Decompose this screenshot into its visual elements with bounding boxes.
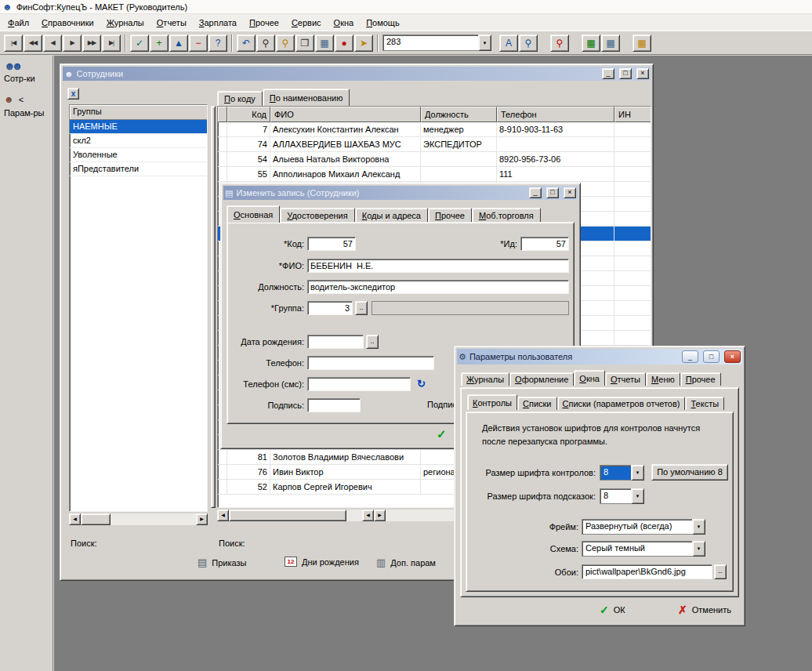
scroll-nav-left-icon[interactable]: ◀ bbox=[362, 510, 374, 521]
copy-icon[interactable]: ❐ bbox=[295, 34, 314, 52]
table-row[interactable]: 55 Апполинаров Михаил Александ 111 bbox=[218, 167, 651, 182]
scroll-left-icon[interactable]: ◀ bbox=[217, 510, 229, 521]
menu-item-windows[interactable]: Окна bbox=[328, 16, 361, 30]
record-marker-icon[interactable]: ● bbox=[335, 34, 353, 52]
tab-mobile-trade[interactable]: Моб.торговля bbox=[472, 208, 541, 223]
group-item[interactable]: НАЕМНЫЕ bbox=[70, 120, 207, 134]
next-group-button[interactable]: ▶▶ bbox=[82, 34, 101, 52]
print-grid-button[interactable]: ▦ bbox=[601, 34, 620, 52]
frame-combo[interactable]: Развернутый (всегда) ▼ bbox=[582, 519, 705, 535]
grid-report-button[interactable]: ▦ bbox=[582, 34, 600, 52]
column-header-position[interactable]: Должность bbox=[421, 107, 497, 122]
groups-hscrollbar[interactable]: ◀ ▶ bbox=[69, 513, 208, 525]
code-field[interactable]: 57 bbox=[307, 237, 356, 251]
refresh-icon[interactable]: ↻ bbox=[417, 378, 426, 390]
dropdown-icon[interactable]: ▼ bbox=[631, 488, 644, 504]
tab-reports[interactable]: Отчеты bbox=[605, 372, 646, 386]
next-record-button[interactable]: ▶ bbox=[63, 34, 82, 52]
minimize-button[interactable]: _ bbox=[529, 187, 542, 198]
sidebar-item-employees[interactable]: Сотр-ки bbox=[4, 72, 53, 89]
params-dialog-titlebar[interactable]: ⚙ Параметры пользователя _ □ × bbox=[457, 349, 742, 365]
scroll-thumb[interactable] bbox=[229, 510, 346, 521]
tab-other[interactable]: Прочее bbox=[428, 208, 472, 223]
orders-button[interactable]: ▤ Приказы bbox=[198, 557, 246, 568]
maximize-button[interactable]: □ bbox=[703, 350, 720, 363]
column-header-in[interactable]: ИН bbox=[614, 107, 651, 122]
fio-field[interactable]: БЕБЕНИН Н.Е. bbox=[307, 259, 569, 273]
birthdate-field[interactable] bbox=[307, 335, 364, 349]
scheme-combo[interactable]: Серый темный ▼ bbox=[582, 541, 705, 557]
subtab-report-lists[interactable]: Списки (параметров отчетов) bbox=[557, 397, 686, 410]
sidebar-collapse-handle[interactable]: < bbox=[19, 95, 24, 104]
wallpaper-field[interactable]: pict\wallpaper\BkGnd6.jpg bbox=[582, 564, 712, 579]
view-icon[interactable]: ⚲ bbox=[256, 34, 275, 52]
clear-filter-button[interactable]: x bbox=[67, 88, 79, 100]
prev-record-button[interactable]: ◀ bbox=[43, 34, 62, 52]
group-picker-button[interactable]: .. bbox=[355, 301, 368, 315]
close-button[interactable]: × bbox=[564, 187, 576, 198]
app-titlebar[interactable]: ☻ ФинСофт:КупецЪ - МАКЕТ (Руководитель) bbox=[0, 0, 812, 14]
save-check-icon[interactable]: ✓ bbox=[437, 427, 447, 441]
table-row[interactable]: 7 Алексухин Константин Алексан менеджер … bbox=[218, 122, 651, 137]
confirm-button[interactable]: ✓ bbox=[130, 34, 149, 52]
font-hints-combo[interactable]: 8 ▼ bbox=[600, 488, 644, 504]
subtab-texts[interactable]: Тексты bbox=[685, 397, 724, 410]
find-field-button[interactable]: A bbox=[499, 34, 518, 52]
tab-by-code[interactable]: По коду bbox=[217, 91, 263, 106]
id-field[interactable]: 57 bbox=[520, 237, 569, 251]
font-controls-combo[interactable]: 8 ▼ bbox=[600, 465, 644, 481]
tab-other[interactable]: Прочее bbox=[680, 372, 721, 386]
goto-icon[interactable]: ➤ bbox=[354, 34, 373, 52]
locked-grid-button[interactable]: ▦ bbox=[633, 34, 651, 52]
delete-record-button[interactable]: − bbox=[189, 34, 208, 52]
minimize-button[interactable]: _ bbox=[602, 68, 614, 79]
last-record-button[interactable]: ▶| bbox=[102, 34, 121, 52]
menu-item-journals[interactable]: Журналы bbox=[100, 16, 150, 30]
tab-codes-addresses[interactable]: Коды и адреса bbox=[355, 208, 428, 223]
record-number-combo[interactable]: 283 ▼ bbox=[382, 34, 491, 51]
group-item[interactable]: Уволенные bbox=[70, 148, 207, 162]
menu-item-service[interactable]: Сервис bbox=[285, 16, 328, 30]
sms-phone-field[interactable] bbox=[307, 377, 411, 391]
first-record-button[interactable]: |◀ bbox=[4, 34, 23, 52]
employees-titlebar[interactable]: ☻ Сотрудники _ □ × bbox=[63, 67, 651, 81]
scroll-thumb[interactable] bbox=[81, 513, 111, 525]
position-field[interactable]: водитель-экспедитор bbox=[307, 280, 569, 294]
birthdays-button[interactable]: 12 Дни рождения bbox=[285, 557, 359, 567]
tab-main[interactable]: Основная bbox=[227, 205, 280, 223]
scroll-nav-right-icon[interactable]: ▶ bbox=[374, 510, 386, 521]
tab-journals[interactable]: Журналы bbox=[461, 372, 509, 386]
table-row[interactable]: 54 Алыева Наталья Викторовна 8920-956-73… bbox=[218, 152, 651, 167]
dropdown-icon[interactable]: ▼ bbox=[692, 541, 705, 557]
minimize-button[interactable]: _ bbox=[682, 350, 698, 363]
group-item[interactable]: яПредставители bbox=[70, 162, 207, 176]
list-icon[interactable]: ▦ bbox=[315, 34, 334, 52]
tab-by-name[interactable]: По наименованию bbox=[263, 89, 350, 106]
phone-field[interactable] bbox=[307, 356, 434, 370]
dropdown-icon[interactable]: ▼ bbox=[692, 519, 705, 535]
table-row[interactable]: 74 АЛЛАХВЕРДИЕВ ШАХБАЗ МУС ЭКСПЕДИТОР bbox=[218, 137, 651, 152]
panel-splitter[interactable] bbox=[211, 106, 216, 508]
find-button[interactable]: ⚲ bbox=[519, 34, 538, 52]
help-button[interactable]: ? bbox=[208, 34, 227, 52]
advanced-find-button[interactable]: ⚲ bbox=[550, 34, 569, 52]
group-code-field[interactable]: 3 bbox=[307, 301, 353, 315]
tab-appearance[interactable]: Оформление bbox=[509, 372, 574, 386]
dropdown-icon[interactable]: ▼ bbox=[478, 34, 491, 51]
add-record-button[interactable]: + bbox=[150, 34, 169, 52]
tab-windows[interactable]: Окна bbox=[574, 370, 605, 386]
column-header-phone[interactable]: Телефон bbox=[497, 107, 614, 122]
menu-item-other[interactable]: Прочее bbox=[243, 16, 285, 30]
ok-button[interactable]: ✓ ОК bbox=[600, 604, 625, 616]
signature-field[interactable] bbox=[307, 398, 361, 412]
scroll-left-icon[interactable]: ◀ bbox=[69, 513, 81, 525]
dropdown-icon[interactable]: ▼ bbox=[631, 465, 644, 481]
menu-item-help[interactable]: Помощь bbox=[360, 16, 406, 30]
prev-group-button[interactable]: ◀◀ bbox=[24, 34, 42, 52]
record-number-value[interactable]: 283 bbox=[382, 34, 478, 51]
birthdate-picker-button[interactable]: .. bbox=[366, 335, 379, 349]
maximize-button[interactable]: □ bbox=[619, 68, 632, 79]
edit-dialog-titlebar[interactable]: ▤ Изменить запись (Сотрудники) _ □ × bbox=[223, 186, 578, 200]
wallpaper-picker-button[interactable]: .. bbox=[714, 564, 727, 579]
tab-menu[interactable]: Меню bbox=[646, 372, 680, 386]
